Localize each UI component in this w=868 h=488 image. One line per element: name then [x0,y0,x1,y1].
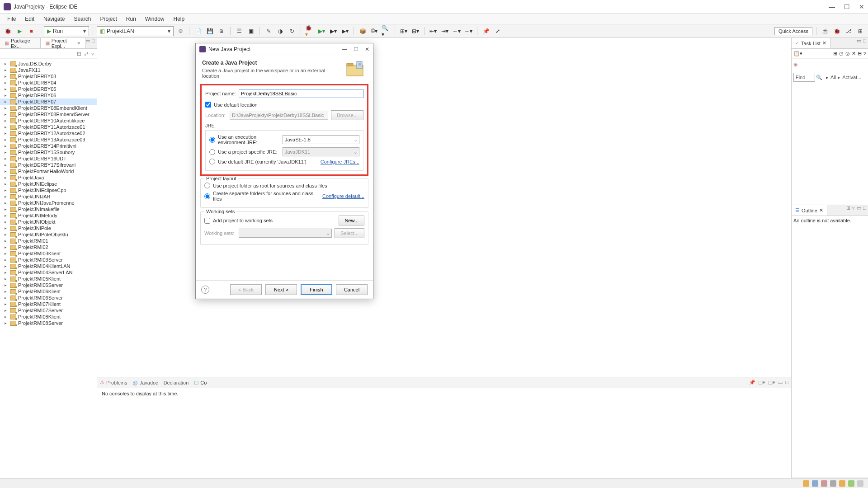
ext-run-icon[interactable]: ▶▾ [328,26,338,36]
chevron-right-icon[interactable]: ▸ [5,320,10,326]
new-icon[interactable]: 📄 [193,26,203,36]
save-all-icon[interactable]: 🗎 [217,26,226,36]
tree-item[interactable]: ▸ProjektDERBY13Autorizace03 [0,136,97,143]
chevron-right-icon[interactable]: ▸ [5,143,10,149]
tree-item[interactable]: ▸ProjektJNIPoleObjektu [0,231,97,238]
status-icon-2[interactable] [812,480,818,487]
close-icon[interactable]: ✕ [77,41,80,46]
menu-edit[interactable]: Edit [21,15,38,23]
view-menu-icon[interactable]: ▿ [91,51,94,57]
tree-item[interactable]: ▸ProjektRMI08Server [0,320,97,326]
tree-item[interactable]: ▸ProjektDERBY10Autentifikace [0,117,97,124]
menu-run[interactable]: Run [123,15,140,23]
chevron-right-icon[interactable]: ▸ [5,181,10,187]
minimize-view-icon[interactable]: ▭ [857,38,861,48]
open-type-icon[interactable]: ☰ [234,26,244,36]
task-new-icon[interactable]: 📋▾ [793,51,802,56]
gear-icon[interactable]: ⚙ [175,26,185,36]
chevron-right-icon[interactable]: ▸ [5,307,10,314]
tree-item[interactable]: ▸ProjektDERBY08EmbendServer [0,111,97,117]
configure-jres-link[interactable]: Configure JREs... [321,159,359,164]
save-icon[interactable]: 💾 [205,26,215,36]
search-icon[interactable]: 🔍 [816,75,822,80]
tree-item[interactable]: ▸ProjektJNIMetody [0,212,97,219]
task-schedule-icon[interactable]: ◷ [839,51,844,56]
chevron-right-icon[interactable]: ▸ [5,187,10,193]
radio-exec-env[interactable] [209,137,215,143]
minimize-icon[interactable]: — [829,3,835,10]
chevron-right-icon[interactable]: ▸ [5,219,10,225]
tree-item[interactable]: ▸JavaFX11 [0,67,97,73]
chevron-right-icon[interactable]: ▸ [5,67,10,73]
tab-package-explorer[interactable]: ▦Package Ex... [0,38,41,48]
chevron-right-icon[interactable]: ▸ [5,212,10,219]
tree-item[interactable]: ▸ProjektJNImakefile [0,206,97,212]
chevron-right-icon[interactable]: ▸ [5,269,10,276]
chevron-right-icon[interactable]: ▸ [5,263,10,269]
new-package-icon[interactable]: 📦 [358,26,368,36]
maximize-view-icon[interactable]: □ [92,38,95,48]
stop-icon[interactable]: ■ [26,26,36,36]
chevron-right-icon[interactable]: ▸ [5,225,10,231]
radio-default-jre[interactable] [209,159,215,164]
tree-item[interactable]: ▸ProjektDERBY05 [0,86,97,92]
task-activate-icon[interactable]: ◉ [793,61,798,67]
chevron-right-icon[interactable]: ▸ [5,168,10,174]
status-icon-4[interactable] [830,480,836,487]
perspective-git-icon[interactable]: ⎇ [844,26,854,36]
new-class-icon[interactable]: ©▾ [369,26,379,36]
tree-item[interactable]: ▸ProjektRMI04KlientLAN [0,263,97,269]
status-icon-7[interactable] [857,480,863,487]
chevron-right-icon[interactable]: ▸ [5,136,10,143]
tab-task-list[interactable]: ✓Task List✕ [792,38,830,48]
task-focus-icon[interactable]: ◎ [845,51,850,56]
project-name-input[interactable] [239,89,363,98]
chevron-right-icon[interactable]: ▸ [5,288,10,295]
tree-item[interactable]: ▸ProjektDERBY14Primitivni [0,143,97,149]
tree-item[interactable]: ▸ProjektDERBY15Soubory [0,149,97,155]
chevron-right-icon[interactable]: ▸ [5,301,10,307]
cancel-button[interactable]: Cancel [336,284,368,295]
chevron-right-icon[interactable]: ▸ [5,200,10,206]
outline-sort-icon[interactable]: ⊞ [846,205,850,216]
chevron-right-icon[interactable]: ▸ [5,130,10,136]
tab-outline[interactable]: ☰Outline✕ [792,205,827,216]
collapse-all-icon[interactable]: ⊟ [77,51,81,57]
tree-item[interactable]: ▸ProjektRMI05Server [0,282,97,288]
task-menu-icon[interactable]: ▿ [863,51,866,56]
maximize-icon[interactable]: ☐ [844,3,850,10]
maximize-icon[interactable]: ☐ [354,46,359,52]
minimize-view-icon[interactable]: ▭ [857,205,861,216]
project-tree[interactable]: ▸Java.DB.Derby▸JavaFX11▸ProjektDERBY03▸P… [0,59,97,478]
menu-project[interactable]: Project [96,15,120,23]
link-editor-icon[interactable]: ⇄ [84,51,89,57]
status-icon-5[interactable] [839,480,845,487]
tab-project-explorer[interactable]: ▦Project Expl... ✕ [41,38,86,48]
tree-item[interactable]: ▸ProjektDERBY04 [0,80,97,86]
chevron-right-icon[interactable]: ▸ [5,231,10,238]
task-collapse-icon[interactable]: ⊟ [858,51,862,56]
tree-item[interactable]: ▸ProjektRMI06Klient [0,288,97,295]
tree-item[interactable]: ▸ProjektRMI01 [0,238,97,244]
status-icon-1[interactable] [803,480,809,487]
chevron-right-icon[interactable]: ▸ [5,61,10,67]
tree-item[interactable]: ▸ProjektDERBY03 [0,73,97,80]
debug-icon[interactable]: 🐞 [3,26,13,36]
tree-item[interactable]: ▸ProjektJNIJavaPromenne [0,200,97,206]
menu-file[interactable]: File [4,15,19,23]
chevron-right-icon[interactable]: ▸ [5,193,10,200]
tree-item[interactable]: ▸ProjektDERBY17Sifrovani [0,162,97,168]
indent-icon[interactable]: ⊟▾ [410,26,420,36]
package-icon[interactable]: ▣ [246,26,256,36]
toggle-icon[interactable]: ◑ [275,26,285,36]
tree-item[interactable]: ▸ProjektDERBY06 [0,92,97,99]
nav-back-icon[interactable]: ⇤▾ [428,26,438,36]
tree-item[interactable]: ▸ProjektJNIJAR [0,193,97,200]
tree-item[interactable]: ▸ProjektRMI03Klient [0,250,97,257]
search-icon[interactable]: 🔍▾ [381,26,391,36]
filter-activate[interactable]: Activat... [842,75,861,80]
close-icon[interactable]: ✕ [859,3,864,10]
chevron-right-icon[interactable]: ▸ [5,257,10,263]
tree-item[interactable]: ▸ProjektDERBY08EmbendKlient [0,105,97,111]
chevron-right-icon[interactable]: ▸ [5,238,10,244]
